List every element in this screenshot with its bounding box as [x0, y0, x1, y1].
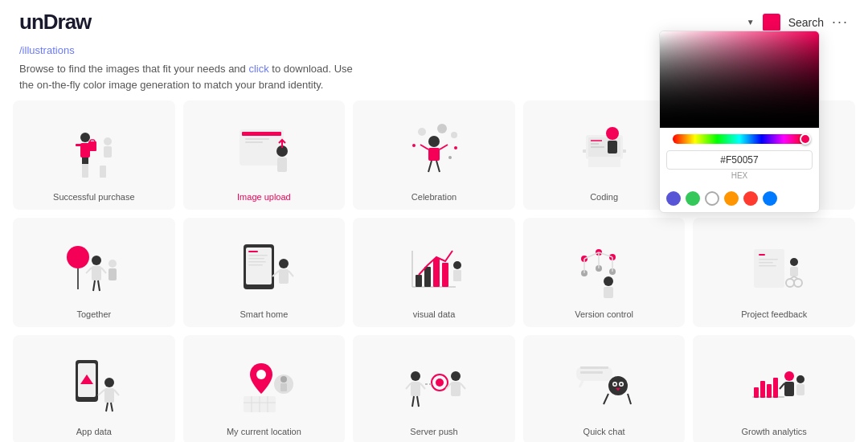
hex-label: HEX [666, 171, 813, 180]
illustration-quick-chat [530, 348, 679, 420]
hue-thumb[interactable] [800, 133, 811, 145]
color-picker-arrow[interactable]: ▼ [747, 18, 755, 27]
swatch-purple[interactable] [666, 191, 681, 206]
header-right: ▼ Search ··· [747, 14, 849, 31]
item-label-image-upload: Image upload [237, 192, 291, 202]
svg-rect-73 [424, 267, 431, 287]
svg-line-26 [436, 161, 440, 172]
svg-rect-121 [411, 382, 420, 396]
svg-point-29 [448, 156, 452, 159]
grid-item-quick-chat[interactable]: Quick chat [523, 335, 686, 442]
click-link[interactable]: click [248, 63, 268, 75]
svg-point-28 [454, 146, 457, 149]
svg-rect-93 [759, 259, 778, 260]
grid-item-my-current-location[interactable]: My current location [183, 335, 346, 442]
svg-rect-64 [248, 261, 266, 263]
grid-item-celebration[interactable]: Celebration [353, 100, 515, 210]
grid-item-growth-analytics[interactable]: Growth analytics [693, 335, 855, 442]
svg-rect-150 [784, 382, 794, 396]
svg-rect-38 [608, 141, 617, 153]
hex-input[interactable] [666, 150, 813, 170]
item-label-successful-purchase: Successful purchase [53, 192, 135, 202]
svg-line-84 [584, 252, 599, 259]
svg-point-27 [412, 144, 416, 147]
hue-bar[interactable] [673, 134, 806, 144]
svg-line-134 [579, 381, 583, 387]
svg-rect-147 [767, 384, 772, 398]
svg-line-142 [604, 394, 608, 404]
item-label-project-feedback: Project feedback [741, 309, 807, 319]
svg-rect-61 [248, 251, 258, 252]
svg-point-19 [437, 124, 447, 133]
svg-rect-4 [76, 144, 82, 146]
svg-point-105 [104, 378, 114, 387]
svg-line-108 [114, 390, 119, 395]
svg-point-98 [786, 279, 794, 287]
swatch-orange[interactable] [724, 191, 739, 206]
item-label-quick-chat: Quick chat [583, 427, 625, 436]
svg-rect-97 [790, 267, 798, 276]
svg-rect-12 [242, 132, 281, 136]
illustration-server-push [359, 348, 509, 420]
illustration-project-feedback [699, 231, 849, 303]
svg-rect-135 [580, 366, 608, 369]
illustration-visual-data [359, 231, 509, 303]
svg-point-37 [606, 127, 619, 140]
search-label[interactable]: Search [788, 16, 824, 29]
svg-rect-65 [248, 264, 263, 266]
svg-line-143 [628, 394, 631, 404]
svg-rect-91 [754, 249, 784, 288]
svg-point-57 [108, 260, 117, 268]
svg-line-55 [93, 280, 95, 291]
item-label-version-control: Version control [575, 309, 633, 319]
svg-point-152 [796, 375, 805, 383]
color-gradient[interactable] [660, 31, 819, 128]
svg-rect-146 [760, 381, 765, 398]
svg-point-9 [104, 137, 112, 145]
item-label-visual-data: visual data [413, 309, 456, 319]
svg-rect-75 [442, 263, 448, 287]
grid-row-2: Together [13, 218, 855, 327]
grid-item-visual-data[interactable]: visual data [353, 218, 515, 327]
swatch-white[interactable] [705, 191, 719, 206]
more-options-button[interactable]: ··· [832, 14, 849, 31]
svg-rect-72 [416, 275, 422, 287]
grid-item-version-control[interactable]: Version control [523, 218, 686, 327]
description: Browse to find the images that fit your … [19, 61, 357, 92]
item-label-together: Together [76, 309, 111, 319]
svg-rect-63 [248, 258, 264, 260]
svg-line-23 [420, 145, 428, 149]
grid-item-together[interactable]: Together [13, 218, 175, 327]
svg-rect-5 [82, 158, 85, 164]
illustration-app-data [19, 348, 169, 420]
svg-rect-6 [85, 158, 88, 164]
svg-rect-13 [245, 138, 269, 140]
swatch-blue[interactable] [763, 191, 777, 206]
svg-rect-10 [104, 146, 112, 158]
item-label-growth-analytics: Growth analytics [742, 427, 807, 436]
grid-item-project-feedback[interactable]: Project feedback [693, 218, 855, 327]
color-picker-dot[interactable] [763, 14, 780, 31]
grid-item-server-push[interactable]: Server push [353, 335, 515, 442]
hex-input-wrapper: HEX [660, 147, 819, 186]
swatch-red[interactable] [743, 191, 758, 206]
item-label-my-current-location: My current location [227, 427, 301, 436]
svg-rect-92 [759, 254, 765, 256]
grid-item-app-data[interactable]: App data [13, 335, 175, 442]
svg-line-132 [461, 383, 465, 389]
grid-item-successful-purchase[interactable]: Successful purchase [13, 100, 175, 210]
swatch-green[interactable] [686, 191, 700, 206]
item-label-app-data: App data [76, 427, 112, 436]
grid-item-image-upload[interactable]: Image upload [183, 100, 346, 210]
item-label-server-push: Server push [410, 427, 457, 436]
grid-item-smart-home[interactable]: Smart home [183, 218, 346, 327]
svg-rect-16 [277, 158, 287, 172]
svg-point-18 [418, 128, 426, 136]
svg-rect-52 [92, 266, 101, 280]
svg-rect-90 [604, 287, 613, 298]
svg-point-127 [436, 379, 444, 387]
svg-point-140 [613, 383, 616, 386]
svg-line-123 [420, 383, 425, 389]
illustration-growth-analytics [699, 348, 849, 420]
svg-point-111 [256, 370, 266, 379]
